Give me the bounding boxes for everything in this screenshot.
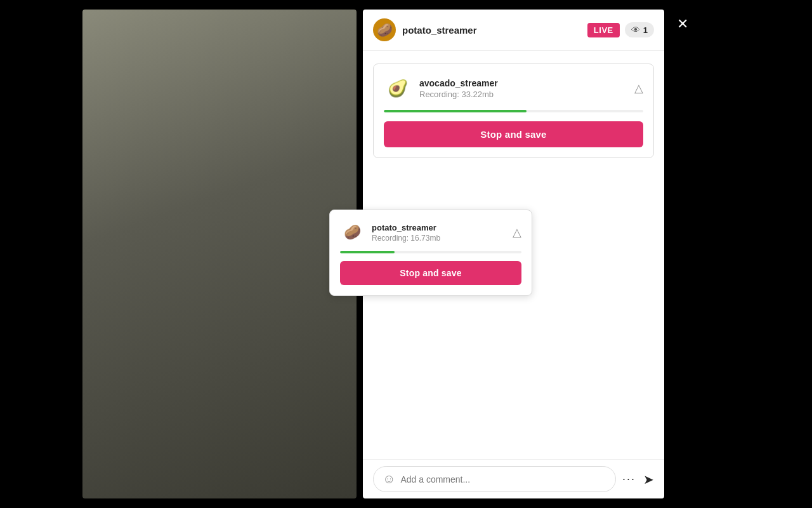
- avocado-progress-track: [384, 110, 643, 112]
- avocado-info: avocado_streamer Recording: 33.22mb: [419, 78, 634, 99]
- close-button[interactable]: ✕: [671, 13, 694, 36]
- potato-info: potato_streamer Recording: 16.73mb: [372, 223, 513, 243]
- more-options-icon[interactable]: ···: [622, 472, 636, 486]
- header-avatar: 🥔: [373, 18, 396, 41]
- comment-actions: ··· ➤: [622, 472, 654, 487]
- send-icon[interactable]: ➤: [643, 472, 654, 487]
- avocado-username: avocado_streamer: [419, 78, 634, 88]
- avocado-warning-icon: △: [634, 81, 643, 95]
- potato-recording-size: Recording: 16.73mb: [372, 234, 513, 243]
- comment-input[interactable]: [400, 474, 606, 485]
- viewer-count-number: 1: [643, 25, 648, 35]
- comment-input-wrap[interactable]: ☺: [373, 466, 616, 492]
- eye-icon: 👁: [631, 25, 640, 35]
- stream-header: 🥔 potato_streamer LIVE 👁 1: [363, 10, 664, 51]
- emoji-picker-icon[interactable]: ☺: [383, 472, 395, 486]
- potato-username: potato_streamer: [372, 223, 513, 232]
- avocado-avatar: 🥑: [384, 74, 412, 102]
- recording-card-potato: 🥔 potato_streamer Recording: 16.73mb △ S…: [329, 210, 532, 296]
- live-badge: LIVE: [587, 23, 620, 37]
- potato-stop-save-button[interactable]: Stop and save: [340, 261, 521, 285]
- card-header-avocado: 🥑 avocado_streamer Recording: 33.22mb △: [384, 74, 643, 102]
- potato-avatar: 🥔: [340, 220, 364, 244]
- video-panel: [82, 10, 357, 498]
- potato-progress-track: [340, 251, 521, 253]
- comment-bar: ☺ ··· ➤: [363, 459, 664, 498]
- potato-progress-fill: [340, 251, 395, 253]
- header-username: potato_streamer: [402, 25, 587, 36]
- card-header-potato: 🥔 potato_streamer Recording: 16.73mb △: [340, 220, 521, 244]
- recording-card-avocado: 🥑 avocado_streamer Recording: 33.22mb △ …: [373, 64, 654, 158]
- potato-warning-icon: △: [513, 225, 521, 239]
- avocado-recording-size: Recording: 33.22mb: [419, 90, 634, 99]
- avocado-progress-fill: [384, 110, 527, 112]
- avocado-stop-save-button[interactable]: Stop and save: [384, 121, 643, 147]
- viewer-count-badge: 👁 1: [625, 22, 654, 37]
